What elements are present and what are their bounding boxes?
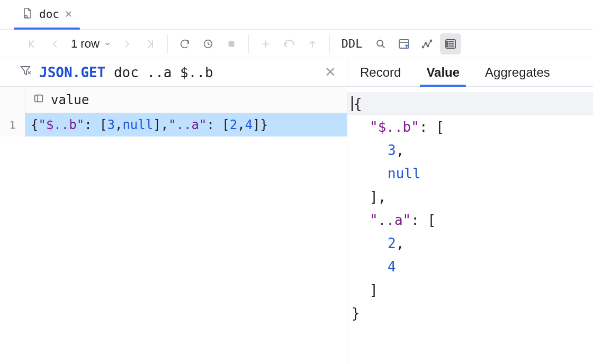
svg-point-11 — [446, 43, 447, 44]
results-header: value — [0, 87, 347, 113]
ddl-button[interactable]: DDL — [336, 33, 368, 54]
json-line: { — [347, 92, 593, 115]
svg-rect-4 — [399, 40, 409, 48]
json-line: ], — [352, 185, 588, 208]
row-count-dropdown[interactable]: 1 row — [68, 37, 114, 51]
filter-button[interactable] — [393, 33, 415, 54]
svg-point-12 — [446, 46, 447, 47]
toolbar-separator — [248, 35, 249, 53]
page-first-button[interactable] — [21, 33, 42, 54]
json-line: 4 — [352, 255, 588, 278]
gutter-header — [0, 87, 25, 113]
row-count-label: 1 row — [71, 37, 100, 51]
row-index: 1 — [0, 113, 25, 136]
add-row-button[interactable] — [255, 33, 276, 54]
svg-point-3 — [377, 40, 383, 46]
json-line: null — [352, 162, 588, 185]
json-line: "$..b": [ — [352, 115, 588, 139]
svg-point-7 — [427, 45, 428, 47]
editor-tab-doc[interactable]: doc ✕ — [14, 0, 80, 29]
column-icon — [33, 93, 44, 107]
svg-point-10 — [446, 41, 447, 42]
detail-tabs: RecordValueAggregates — [347, 58, 593, 87]
json-line: 3, — [352, 139, 588, 162]
results-body: 1{"$..b": [3, null], "..a": [2, 4]} — [0, 113, 347, 136]
json-line: ] — [352, 278, 588, 302]
page-next-button[interactable] — [116, 33, 138, 54]
svg-point-6 — [425, 42, 426, 44]
detail-pane: RecordValueAggregates {"$..b": [3,null],… — [347, 58, 593, 364]
filter-icon[interactable] — [19, 64, 32, 80]
editor-tabstrip: doc ✕ — [0, 0, 593, 30]
detail-tab-record[interactable]: Record — [358, 59, 403, 86]
json-line: "..a": [ — [352, 208, 588, 232]
detail-tab-aggregates[interactable]: Aggregates — [483, 59, 552, 86]
history-button[interactable] — [197, 33, 219, 54]
column-header-value[interactable]: value — [25, 87, 347, 113]
svg-rect-13 — [35, 95, 43, 102]
page-prev-button[interactable] — [44, 33, 66, 54]
value-json-view[interactable]: {"$..b": [3,null],"..a": [2,4]} — [347, 87, 593, 330]
svg-point-5 — [422, 46, 424, 48]
results-toolbar: 1 row DDL — [0, 30, 593, 58]
search-button[interactable] — [370, 33, 391, 54]
clear-query-icon[interactable]: ✕ — [325, 64, 339, 80]
editor-tab-label: doc — [39, 8, 59, 21]
file-icon — [21, 7, 34, 22]
table-row[interactable]: 1{"$..b": [3, null], "..a": [2, 4]} — [0, 113, 347, 136]
chart-button[interactable] — [417, 33, 438, 54]
page-last-button[interactable] — [140, 33, 161, 54]
svg-point-8 — [430, 40, 432, 41]
column-header-label: value — [51, 93, 89, 107]
submit-button[interactable] — [302, 33, 323, 54]
results-pane: JSON.GET doc ..a $..b ✕ value 1{"$..b": … — [0, 58, 347, 364]
revert-button[interactable] — [278, 33, 300, 54]
toolbar-separator — [329, 35, 330, 53]
query-text[interactable]: JSON.GET doc ..a $..b — [39, 65, 213, 80]
close-tab-icon[interactable]: ✕ — [65, 8, 73, 20]
toolbar-separator — [167, 35, 168, 53]
cell-value[interactable]: {"$..b": [3, null], "..a": [2, 4]} — [25, 113, 347, 136]
stop-button — [221, 33, 242, 54]
detail-tab-value[interactable]: Value — [424, 59, 462, 86]
query-filter-row: JSON.GET doc ..a $..b ✕ — [0, 58, 347, 87]
reload-button[interactable] — [174, 33, 195, 54]
svg-rect-2 — [228, 41, 234, 47]
json-line: 2, — [352, 232, 588, 255]
json-line: } — [352, 302, 588, 325]
detail-view-button[interactable] — [440, 33, 461, 54]
main-split: JSON.GET doc ..a $..b ✕ value 1{"$..b": … — [0, 58, 593, 364]
